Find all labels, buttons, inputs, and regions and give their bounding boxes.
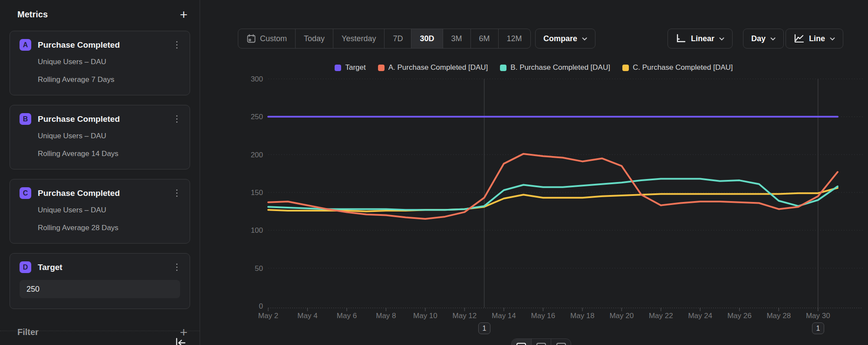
metric-badge-b: B (20, 113, 31, 125)
range-30d[interactable]: 30D (411, 29, 443, 48)
range-6m[interactable]: 6M (471, 29, 499, 48)
legend-label: Target (345, 63, 365, 72)
legend-swatch (500, 65, 506, 71)
metrics-report-app: Metrics + A Purchase Completed Unique Us… (0, 0, 868, 345)
chart-view-icon (516, 343, 526, 345)
scale-button[interactable]: Linear (667, 29, 733, 49)
line-chart-icon (794, 34, 804, 43)
metric-card-b-header: B Purchase Completed (20, 113, 180, 125)
view-toggle-chart[interactable] (512, 339, 532, 345)
x-tick-label: May 16 (531, 312, 556, 320)
annotation-badge[interactable]: 1 (478, 322, 490, 334)
metric-card-c-rollup[interactable]: Rolling Average 28 Days (38, 224, 180, 232)
scale-label: Linear (691, 34, 714, 43)
metric-card-a-measure[interactable]: Unique Users – DAU (38, 58, 180, 66)
filter-title: Filter (17, 327, 39, 337)
metric-card-c[interactable]: C Purchase Completed Unique Users – DAU … (10, 179, 190, 244)
x-tick-label: May 26 (727, 312, 752, 320)
chart-toolbar: CustomTodayYesterday7D30D3M6M12M Compare… (200, 0, 868, 56)
x-tick-label: May 20 (609, 312, 634, 320)
x-tick-label: May 6 (337, 312, 357, 320)
x-tick-label: May 4 (297, 312, 317, 320)
series-line (268, 179, 838, 210)
metric-card-c-header: C Purchase Completed (20, 187, 180, 199)
add-metric-icon[interactable]: + (177, 10, 190, 20)
metric-card-a[interactable]: A Purchase Completed Unique Users – DAU … (10, 31, 190, 95)
target-value-input[interactable]: 250 (20, 280, 180, 298)
metric-badge-a: A (20, 39, 31, 51)
range-yesterday[interactable]: Yesterday (333, 29, 385, 48)
legend-label: B. Purchase Completed [DAU] (510, 63, 610, 72)
sidebar-bottom-divider (0, 331, 200, 331)
x-tick-label: May 28 (766, 312, 791, 320)
more-options-icon[interactable] (174, 262, 181, 273)
sidebar: Metrics + A Purchase Completed Unique Us… (0, 0, 200, 345)
legend-label: C. Purchase Completed [DAU] (633, 63, 733, 72)
metric-badge-d: D (20, 261, 31, 273)
compare-label: Compare (543, 34, 577, 43)
legend-swatch (622, 65, 629, 71)
interval-label: Day (751, 34, 766, 43)
range-7d[interactable]: 7D (385, 29, 411, 48)
y-tick-label: 200 (251, 151, 263, 159)
view-toggle-metric[interactable] (551, 339, 571, 345)
more-options-icon[interactable] (174, 39, 181, 51)
table-view-icon (536, 343, 546, 345)
metric-card-a-header: A Purchase Completed (20, 39, 180, 51)
x-tick-label: May 18 (570, 312, 595, 320)
metric-card-b[interactable]: B Purchase Completed Unique Users – DAU … (10, 105, 190, 169)
range-3m[interactable]: 3M (443, 29, 471, 48)
legend-label: A. Purchase Completed [DAU] (388, 63, 488, 72)
metric-card-a-rollup[interactable]: Rolling Average 7 Days (38, 75, 180, 84)
annotation-badge[interactable]: 1 (812, 322, 824, 334)
calendar-icon (247, 34, 256, 43)
linear-axis-icon (676, 34, 686, 43)
legend-item[interactable]: C. Purchase Completed [DAU] (622, 63, 733, 72)
series-line (268, 154, 838, 219)
collapse-sidebar-icon[interactable] (174, 338, 187, 345)
metric-badge-c: C (20, 187, 31, 199)
x-tick-label: May 30 (806, 312, 830, 320)
legend-swatch (335, 65, 341, 71)
metric-view-icon (556, 343, 566, 345)
legend-item[interactable]: B. Purchase Completed [DAU] (500, 63, 610, 72)
range-custom[interactable]: Custom (238, 29, 296, 48)
x-tick-label: May 12 (453, 312, 477, 320)
y-tick-label: 0 (259, 302, 263, 310)
more-options-icon[interactable] (174, 114, 181, 125)
target-card[interactable]: D Target 250 (10, 253, 190, 309)
metrics-title: Metrics (17, 10, 48, 20)
x-tick-label: May 14 (492, 312, 516, 320)
compare-button[interactable]: Compare (535, 29, 595, 49)
more-options-icon[interactable] (174, 188, 181, 199)
y-tick-label: 50 (255, 264, 263, 273)
filter-header: Filter + (10, 327, 190, 337)
legend-item[interactable]: A. Purchase Completed [DAU] (378, 63, 488, 72)
target-card-header: D Target (20, 261, 180, 273)
x-tick-label: May 24 (688, 312, 712, 320)
add-filter-icon[interactable]: + (177, 328, 190, 337)
target-card-title: Target (38, 263, 174, 272)
range-12m[interactable]: 12M (499, 29, 530, 48)
metrics-header: Metrics + (10, 10, 190, 20)
interval-button[interactable]: Day (743, 29, 784, 49)
view-toggle-group (511, 338, 571, 345)
x-tick-label: May 8 (376, 312, 396, 320)
metric-card-c-title: Purchase Completed (38, 189, 174, 198)
y-tick-label: 100 (251, 226, 263, 234)
legend-item[interactable]: Target (335, 63, 365, 72)
metric-card-b-measure[interactable]: Unique Users – DAU (38, 132, 180, 140)
x-tick-label: May 10 (413, 312, 437, 320)
metric-card-c-measure[interactable]: Unique Users – DAU (38, 206, 180, 215)
x-tick-label: May 22 (649, 312, 673, 320)
metric-card-b-title: Purchase Completed (38, 114, 174, 124)
view-toggle-table[interactable] (532, 339, 552, 345)
chart-legend: TargetA. Purchase Completed [DAU]B. Purc… (200, 63, 868, 72)
range-today[interactable]: Today (296, 29, 333, 48)
metric-card-a-title: Purchase Completed (38, 40, 174, 50)
chart-type-button[interactable]: Line (786, 29, 843, 49)
y-tick-label: 300 (251, 75, 263, 83)
metric-card-b-rollup[interactable]: Rolling Average 14 Days (38, 150, 180, 158)
chart-type-label: Line (809, 34, 825, 43)
series-line (268, 188, 838, 212)
